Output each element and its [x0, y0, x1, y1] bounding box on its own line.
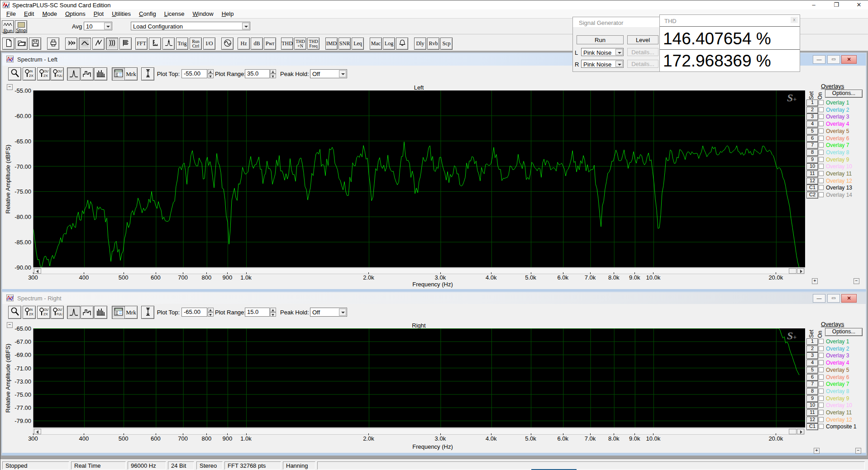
amplitude-scale-button[interactable]	[141, 67, 154, 81]
plot-range-input[interactable]: 35.0	[245, 69, 270, 78]
overlays-options-button[interactable]: Options...	[825, 328, 863, 336]
phase-view-button[interactable]	[92, 38, 105, 50]
close-button[interactable]: ✕	[852, 1, 866, 8]
overlay-set-button[interactable]: 11	[806, 409, 818, 416]
imd-display-button[interactable]: IMD	[325, 38, 338, 50]
signal-generator-toggle-button[interactable]	[221, 38, 234, 50]
overlay-on-checkbox[interactable]	[819, 339, 824, 344]
overlay-on-checkbox[interactable]	[819, 121, 824, 126]
leq-display-button[interactable]: Leq	[352, 38, 364, 50]
db-units-button[interactable]: dB	[251, 38, 263, 50]
generator-run-button[interactable]: Run	[577, 35, 624, 44]
display-options-button[interactable]	[112, 67, 125, 81]
scope-button[interactable]: Scp	[440, 38, 453, 50]
left-details-button[interactable]: Details...	[627, 48, 658, 56]
overlay-set-button[interactable]: 9	[806, 395, 818, 402]
overlay-set-button[interactable]: 11	[806, 171, 818, 177]
overlay-on-checkbox[interactable]	[819, 381, 824, 386]
spectrum-view-button[interactable]	[79, 38, 91, 50]
menu-item-window[interactable]: Window	[188, 9, 217, 18]
overlay-on-checkbox[interactable]	[819, 346, 824, 351]
collapse-button[interactable]: −	[854, 278, 859, 284]
zoom-out-full-button[interactable]: OUTFULL	[51, 67, 64, 81]
plot-top-input[interactable]: -55.00	[181, 69, 207, 78]
menu-item-config[interactable]: Config	[135, 9, 160, 18]
plot-range-spinner-up[interactable]	[270, 69, 276, 74]
overlay-set-button[interactable]: 7	[806, 381, 818, 388]
scroll-left-button[interactable]	[34, 268, 41, 274]
overlay-on-checkbox[interactable]	[819, 114, 824, 119]
overlay-set-button[interactable]: 6	[806, 374, 818, 381]
expand-button[interactable]: +	[812, 278, 818, 284]
left-source-arrow[interactable]	[615, 49, 623, 55]
fft-settings-button[interactable]: FFT	[135, 38, 148, 50]
overlay-on-checkbox[interactable]	[819, 424, 824, 429]
peak-hold-arrow[interactable]	[339, 70, 346, 77]
print-button[interactable]	[47, 38, 59, 50]
overlays-options-button[interactable]: Options...	[825, 90, 863, 98]
scaling-settings-button[interactable]	[149, 38, 161, 50]
zoom-in-2x-button[interactable]: IN2X	[23, 306, 36, 319]
zoom-tool-button[interactable]	[8, 67, 21, 81]
menu-item-file[interactable]: File	[2, 9, 20, 18]
plot-top-spinner-up[interactable]	[208, 308, 214, 312]
overlay-on-checkbox[interactable]	[819, 142, 824, 147]
zoom-out-full-button[interactable]: OUTFULL	[51, 306, 64, 319]
peak-hold-arrow[interactable]	[339, 309, 346, 316]
line-spectrum-view-button[interactable]	[67, 67, 80, 81]
avg-combo[interactable]: 10	[84, 22, 112, 30]
overlay-on-checkbox[interactable]	[819, 192, 824, 197]
overlay-set-button[interactable]: C2	[806, 192, 818, 199]
menu-item-options[interactable]: Options	[61, 9, 90, 18]
scroll-thumb[interactable]	[789, 268, 796, 274]
right-source-combo[interactable]: Pink Noise	[581, 60, 624, 68]
overlay-set-button[interactable]: 3	[806, 114, 818, 120]
overlay-on-checkbox[interactable]	[819, 107, 824, 112]
overlay-on-checkbox[interactable]	[819, 178, 824, 183]
new-file-button[interactable]	[2, 38, 14, 50]
menu-item-edit[interactable]: Edit	[20, 9, 38, 18]
overlay-on-checkbox[interactable]	[819, 410, 824, 415]
window-restore-button[interactable]: ▭	[827, 294, 840, 303]
overlay-set-button[interactable]: 4	[806, 121, 818, 128]
spectrogram-view-button[interactable]	[106, 38, 118, 50]
overlay-on-checkbox[interactable]	[819, 164, 824, 169]
plot-h-scrollbar[interactable]	[33, 428, 805, 435]
plot-top-spinner[interactable]	[208, 308, 214, 317]
minimize-button[interactable]: –	[807, 1, 820, 8]
markers-button[interactable]: Mrk	[124, 306, 138, 319]
scroll-left-button[interactable]	[34, 429, 41, 434]
io-settings-button[interactable]: I/O	[203, 38, 215, 50]
overlay-set-button[interactable]: 9	[806, 157, 818, 163]
overlay-set-button[interactable]: 10	[806, 163, 818, 170]
overlay-on-checkbox[interactable]	[819, 157, 824, 162]
menu-item-plot[interactable]: Plot	[90, 9, 108, 18]
plot-h-scrollbar[interactable]	[33, 268, 805, 274]
window-minimize-button[interactable]: —	[813, 294, 825, 303]
zoom-out-2x-button[interactable]: OUT2X	[37, 306, 50, 319]
marker-settings-button[interactable]	[162, 38, 175, 50]
overlay-set-button[interactable]: 2	[806, 107, 818, 114]
overlay-on-checkbox[interactable]	[819, 417, 824, 422]
overlay-on-checkbox[interactable]	[819, 171, 824, 176]
plot-range-spinner-up[interactable]	[270, 308, 276, 312]
plot-range-spinner-down[interactable]	[270, 312, 276, 317]
peak-hold-combo[interactable]: Off	[310, 69, 347, 78]
window-minimize-button[interactable]: —	[813, 55, 825, 64]
menu-item-utilities[interactable]: Utilities	[108, 9, 135, 18]
overlay-set-button[interactable]: 8	[806, 149, 818, 156]
display-options-button[interactable]	[112, 306, 125, 319]
load-config-arrow[interactable]	[242, 23, 249, 29]
thd-close-button[interactable]: x	[791, 17, 798, 23]
line-spectrum-view-button[interactable]	[67, 306, 80, 319]
plot-range-spinner-down[interactable]	[270, 74, 276, 78]
save-file-button[interactable]	[29, 38, 41, 50]
macro-button[interactable]: Mac	[370, 38, 382, 50]
open-file-button[interactable]	[15, 38, 28, 50]
right-details-button[interactable]: Details...	[627, 60, 658, 68]
scroll-right-button[interactable]	[797, 268, 804, 274]
amplitude-scale-button[interactable]	[141, 306, 154, 319]
power-units-button[interactable]: Pwr	[264, 38, 276, 50]
overlay-on-checkbox[interactable]	[819, 136, 824, 141]
menu-item-license[interactable]: License	[160, 9, 189, 18]
